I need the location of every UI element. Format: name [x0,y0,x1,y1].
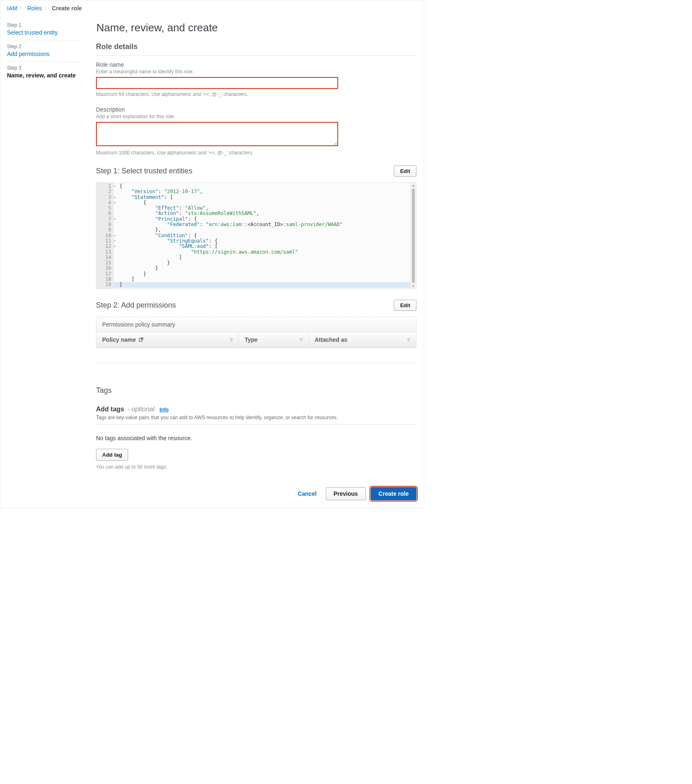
page-title: Name, review, and create [96,21,416,34]
description-hint: Add a short explanation for this role. [96,114,416,119]
cancel-button[interactable]: Cancel [294,488,321,499]
scroll-thumb[interactable] [412,189,415,283]
permissions-summary-title: Permissions policy summary [96,317,416,332]
tag-limit-hint: You can add up to 50 more tags. [96,464,416,470]
sort-icon[interactable]: ▽ [230,338,233,342]
breadcrumb-roles[interactable]: Roles [27,5,42,12]
col-type-label: Type [245,336,258,343]
external-link-icon [138,337,144,342]
create-role-button[interactable]: Create role [371,487,416,500]
previous-button[interactable]: Previous [326,487,366,500]
sidebar-step-1[interactable]: Step 1 Select trusted entity [7,19,82,40]
tags-heading: Tags [96,386,416,395]
tags-description: Tags are key-value pairs that you can ad… [96,415,416,420]
role-name-label: Role name [96,61,416,68]
chevron-right-icon: 〉 [20,5,25,12]
breadcrumb-iam[interactable]: IAM [7,5,17,12]
step-name: Add permissions [7,51,82,57]
step-label: Step 2 [7,44,82,49]
col-policy-name[interactable]: Policy name ▽ [96,332,239,347]
step-name: Select trusted entity [7,29,82,36]
tags-info-link[interactable]: Info [159,407,168,413]
col-type[interactable]: Type ▽ [239,332,309,347]
role-details-heading: Role details [96,42,416,51]
step-label: Step 3 [7,65,82,71]
step-name: Name, review, and create [7,72,82,79]
sidebar-step-2[interactable]: Step 2 Add permissions [7,40,82,62]
description-field: Description Add a short explanation for … [96,106,416,156]
col-attached-as[interactable]: Attached as ▽ [309,332,416,347]
role-name-constraint: Maximum 64 characters. Use alphanumeric … [96,91,416,97]
description-constraint: Maximum 1000 characters. Use alphanumeri… [96,150,416,156]
sidebar-step-3: Step 3 Name, review, and create [7,62,82,83]
divider [96,363,416,363]
editor-gutter: 1 2 3 4 5 6 7 8 9 10 11 12 13 14 15 16 1 [96,183,114,289]
step2-edit-button[interactable]: Edit [394,300,416,311]
chevron-right-icon: 〉 [44,5,49,12]
description-input[interactable] [96,122,338,146]
step-label: Step 1 [7,22,82,28]
divider [96,55,416,56]
role-name-input[interactable] [96,77,338,89]
add-tag-button[interactable]: Add tag [96,449,128,461]
add-tags-heading: Add tags [96,406,124,413]
permissions-table-header: Policy name ▽ Type ▽ [96,332,416,348]
divider [96,425,416,425]
breadcrumb: IAM 〉 Roles 〉 Create role [0,0,424,14]
role-name-hint: Enter a meaningful name to identify this… [96,69,416,75]
role-name-field: Role name Enter a meaningful name to ide… [96,61,416,97]
scroll-up-icon[interactable]: ▲ [412,183,414,188]
main-content: Name, review, and create Role details Ro… [89,14,424,477]
no-tags-message: No tags associated with the resource. [96,435,416,441]
description-label: Description [96,106,416,113]
sort-icon[interactable]: ▽ [407,338,410,342]
step1-edit-button[interactable]: Edit [394,166,416,177]
wizard-sidebar: Step 1 Select trusted entity Step 2 Add … [0,14,89,477]
scroll-down-icon[interactable]: ▼ [412,284,414,289]
step2-heading: Step 2: Add permissions [96,301,176,310]
col-attached-as-label: Attached as [315,336,347,343]
optional-label: - optional [127,406,154,413]
breadcrumb-current: Create role [52,5,82,12]
trust-policy-editor[interactable]: 1 2 3 4 5 6 7 8 9 10 11 12 13 14 15 16 1 [96,182,416,289]
editor-body[interactable]: { "Version": "2012-10-17", "Statement": … [114,183,410,289]
wizard-footer: Cancel Previous Create role [0,477,424,508]
editor-scrollbar[interactable]: ▲ ▼ [410,183,416,289]
permissions-summary-box: Permissions policy summary Policy name ▽ [96,317,416,348]
step1-heading: Step 1: Select trusted entities [96,167,192,175]
col-policy-name-label: Policy name [102,336,136,343]
sort-icon[interactable]: ▽ [300,338,303,342]
